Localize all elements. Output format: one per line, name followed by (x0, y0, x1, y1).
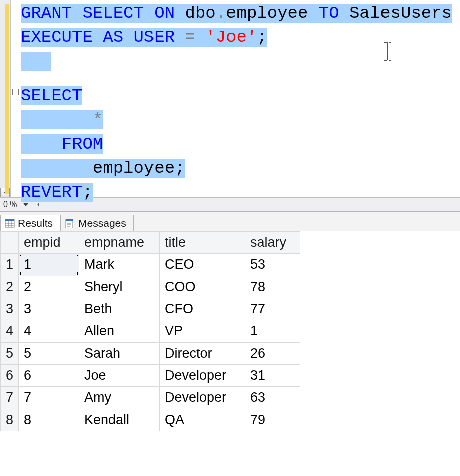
cell-empid[interactable]: 8 (19, 409, 79, 431)
tab-messages[interactable]: Messages (60, 215, 134, 231)
kw-revert: REVERT (21, 183, 82, 202)
svg-rect-1 (5, 219, 14, 221)
cell-empid[interactable]: 4 (19, 320, 79, 343)
tab-messages-label: Messages (78, 217, 126, 229)
change-indicator-margin (0, 0, 11, 197)
cell-empname[interactable]: Sheryl (79, 276, 160, 298)
schema-name: dbo (185, 4, 215, 23)
fold-toggle-icon[interactable] (12, 89, 19, 95)
tab-results-label: Results (18, 217, 53, 229)
cell-empname[interactable]: Allen (79, 320, 160, 343)
string-literal: 'Joe' (205, 28, 257, 47)
table-row[interactable]: 1 1 Mark CEO 53 (1, 254, 300, 276)
cell-salary[interactable]: 26 (245, 343, 300, 365)
cell-title[interactable]: QA (160, 409, 245, 431)
cell-title[interactable]: Developer (160, 387, 245, 409)
cell-title[interactable]: Director (160, 343, 245, 365)
semicolon: ; (82, 183, 92, 202)
table-row[interactable]: 4 4 Allen VP 1 (1, 320, 300, 343)
cell-empid[interactable]: 6 (19, 365, 79, 387)
col-header-empid[interactable]: empid (19, 232, 79, 254)
cell-empid[interactable]: 2 (19, 276, 79, 298)
cell-salary[interactable]: 1 (245, 320, 300, 343)
cell-title[interactable]: CEO (160, 254, 245, 276)
table-row[interactable]: 3 3 Beth CFO 77 (1, 298, 300, 320)
cell-empname[interactable]: Mark (79, 254, 160, 276)
results-grid-icon (5, 218, 15, 228)
messages-icon (65, 218, 75, 228)
results-table[interactable]: empid empname title salary 1 1 Mark CEO … (0, 231, 300, 431)
kw-from: FROM (62, 134, 103, 154)
table-name2: employee (93, 159, 175, 178)
corner-cell[interactable] (1, 232, 19, 254)
cell-salary[interactable]: 77 (245, 298, 300, 320)
row-number[interactable]: 5 (1, 343, 19, 365)
kw-grant: GRANT (21, 4, 72, 23)
table-row[interactable]: 5 5 Sarah Director 26 (1, 343, 300, 365)
table-row[interactable]: 6 6 Joe Developer 31 (1, 365, 300, 387)
table-row[interactable]: 2 2 Sheryl COO 78 (1, 276, 300, 298)
editor-options-dropdown[interactable] (0, 188, 10, 197)
text-caret-icon (382, 41, 393, 61)
dot: . (216, 4, 226, 23)
cell-empid[interactable]: 3 (19, 298, 79, 320)
cell-salary[interactable]: 78 (245, 276, 300, 298)
cell-empname[interactable]: Joe (79, 365, 160, 387)
code-fold-margin (11, 0, 21, 197)
cell-salary[interactable]: 63 (245, 387, 300, 409)
star: * (93, 110, 103, 129)
kw-as: AS (103, 28, 123, 47)
cell-salary[interactable]: 53 (245, 254, 300, 276)
semicolon: ; (175, 159, 185, 178)
table-row[interactable]: 8 8 Kendall QA 79 (1, 409, 300, 431)
svg-rect-7 (66, 219, 73, 221)
semicolon: ; (257, 28, 267, 47)
eq: = (185, 28, 195, 47)
cell-empname[interactable]: Amy (79, 387, 160, 409)
row-number[interactable]: 3 (1, 298, 19, 320)
results-body: 1 1 Mark CEO 53 2 2 Sheryl COO 78 3 3 Be… (1, 254, 300, 431)
row-number[interactable]: 4 (1, 320, 19, 343)
tab-results[interactable]: Results (0, 215, 60, 231)
cell-empname[interactable]: Beth (79, 298, 160, 320)
col-header-salary[interactable]: salary (245, 232, 300, 254)
ssms-window: GRANT SELECT ON dbo.employee TO SalesUse… (0, 0, 460, 476)
kw-on: ON (154, 4, 175, 23)
table-row[interactable]: 7 7 Amy Developer 63 (1, 387, 300, 409)
cell-empid[interactable]: 5 (19, 343, 79, 365)
kw-select2: SELECT (21, 86, 82, 105)
cell-salary[interactable]: 79 (245, 409, 300, 431)
row-number[interactable]: 7 (1, 387, 19, 409)
kw-execute: EXECUTE (21, 28, 93, 47)
kw-user: USER (133, 28, 175, 47)
cell-empname[interactable]: Kendall (79, 409, 160, 431)
role-name: SalesUsers (349, 4, 452, 23)
sql-editor[interactable]: GRANT SELECT ON dbo.employee TO SalesUse… (0, 0, 460, 197)
cell-title[interactable]: COO (160, 276, 245, 298)
table-name: employee (226, 4, 308, 23)
col-header-title[interactable]: title (160, 232, 245, 254)
kw-to: TO (319, 4, 339, 23)
kw-select: SELECT (82, 4, 143, 23)
zoom-level[interactable]: 0 % (3, 200, 17, 209)
cell-empname[interactable]: Sarah (79, 343, 160, 365)
cell-title[interactable]: CFO (160, 298, 245, 320)
cell-title[interactable]: VP (160, 320, 245, 343)
header-row: empid empname title salary (1, 232, 300, 254)
results-grid[interactable]: empid empname title salary 1 1 Mark CEO … (0, 231, 460, 476)
cell-empid[interactable]: 1 (19, 254, 79, 276)
code-area[interactable]: GRANT SELECT ON dbo.employee TO SalesUse… (21, 0, 460, 197)
row-number[interactable]: 8 (1, 409, 19, 431)
row-number[interactable]: 6 (1, 365, 19, 387)
row-number[interactable]: 1 (1, 254, 19, 276)
results-tabs: Results Messages (0, 211, 460, 231)
col-header-empname[interactable]: empname (79, 232, 160, 254)
row-number[interactable]: 2 (1, 276, 19, 298)
cell-title[interactable]: Developer (160, 365, 245, 387)
cell-empid[interactable]: 7 (19, 387, 79, 409)
cell-salary[interactable]: 31 (245, 365, 300, 387)
